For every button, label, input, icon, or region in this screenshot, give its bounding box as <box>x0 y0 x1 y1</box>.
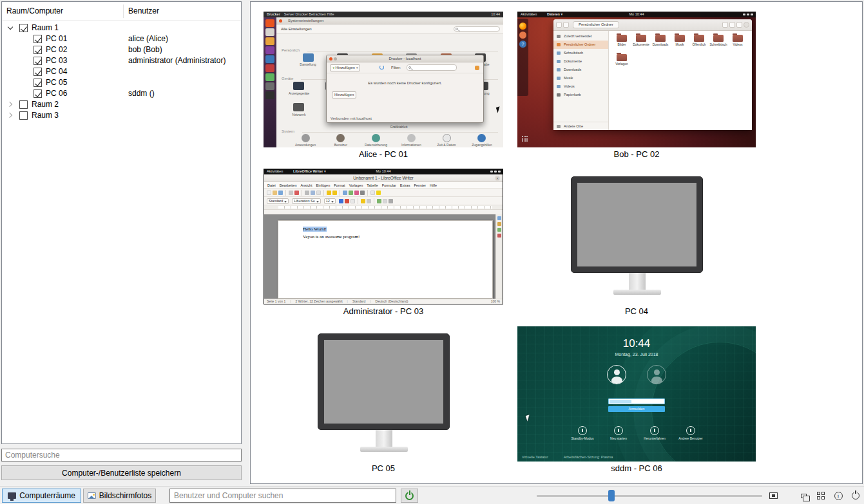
thumbnail-caption-pc04: PC 04 <box>517 306 756 317</box>
zoom-level: 100 % <box>491 299 500 304</box>
computer-thumbnail-pc02[interactable]: Aktivitäten Dateien Mo 10:44 ? Persönlic… <box>517 12 756 147</box>
checkbox-raum-1[interactable] <box>19 24 28 32</box>
offline-monitor-pc05[interactable] <box>317 333 450 452</box>
bottom-toolbar: Computerräume Bildschirmfotos i <box>0 486 864 504</box>
clock: Mo 10:44 <box>629 12 644 17</box>
darstellung-icon <box>303 53 314 62</box>
view-toggle-icon <box>729 22 735 28</box>
save-computer-list-button[interactable]: Computer-/Benutzerliste speichern <box>1 465 242 480</box>
avatar-selected <box>607 365 626 384</box>
password-field <box>608 398 665 404</box>
checkbox-pc-04[interactable] <box>34 68 42 76</box>
sidebar-music: Musik <box>553 74 608 82</box>
tree-row-raum-2[interactable]: Raum 2 <box>2 99 241 110</box>
tree-row-raum-3[interactable]: Raum 3 <box>2 110 241 121</box>
grid-icon <box>817 492 825 499</box>
row-user: administrator (Administrator) <box>128 56 226 65</box>
folder-icon <box>617 54 627 61</box>
menubar: DateiBearbeitenAnsichtEinfügenFormatVorl… <box>264 182 503 189</box>
files-sidebar: Zuletzt verwendet Persönlicher Ordner Sc… <box>553 31 609 130</box>
forward-icon <box>563 22 569 28</box>
about-button[interactable] <box>848 489 863 503</box>
size-slider-handle[interactable] <box>608 490 615 501</box>
computer-thumbnail-pc01[interactable]: DruckerServer Drucker Betrachten Hilfe 1… <box>264 12 503 147</box>
back-icon <box>556 22 562 28</box>
sidebar-recent: Zuletzt verwendet <box>553 32 608 41</box>
offline-monitor-pc04[interactable] <box>570 176 704 295</box>
grid-align-button[interactable] <box>813 489 829 503</box>
clock: Mo 10:44 <box>376 169 391 174</box>
fit-view-icon <box>769 492 778 499</box>
column-room-computer: Raum/Computer <box>6 6 63 15</box>
checkbox-raum-3[interactable] <box>19 111 28 120</box>
gnome-topbar: Aktivitäten LibreOffice Writer Mo 10:44 <box>264 169 503 174</box>
ruler <box>264 205 503 210</box>
checkbox-pc-06[interactable] <box>34 89 42 98</box>
tree-row-pc-01[interactable]: PC 01 alice (Alice) <box>2 33 241 44</box>
login-clock: 10:44 <box>517 337 756 350</box>
row-label: PC 02 <box>46 45 67 54</box>
section-personal: Persönlich <box>282 48 300 52</box>
column-divider[interactable] <box>123 5 124 18</box>
font-select: Liberation Se <box>292 198 320 204</box>
tree-row-pc-06[interactable]: PC 06 sddm () <box>2 88 241 99</box>
folder-icon <box>733 35 743 42</box>
row-label: PC 04 <box>46 67 67 76</box>
checkbox-raum-2[interactable] <box>19 100 28 109</box>
computer-rooms-button[interactable]: Computerräume <box>2 489 81 503</box>
anzeigegeraete-icon <box>293 82 304 90</box>
row-label: PC 05 <box>46 78 67 87</box>
collapse-arrow-icon[interactable] <box>8 24 13 30</box>
suspend-action: Standby-Modus <box>567 426 598 440</box>
folder-icon <box>694 35 704 42</box>
status-dot <box>475 66 479 70</box>
other-user-icon <box>686 426 695 435</box>
search-icon <box>456 28 458 30</box>
row-user: bob (Bob) <box>128 45 162 54</box>
sidebar-downloads: Downloads <box>553 66 608 74</box>
arrangement-button[interactable] <box>796 489 811 503</box>
tree-row-pc-02[interactable]: PC 02 bob (Bob) <box>2 44 241 55</box>
tree-row-pc-03[interactable]: PC 03 administrator (Administrator) <box>2 55 241 66</box>
monitor-icon <box>571 176 703 273</box>
expand-arrow-icon[interactable] <box>7 102 12 107</box>
power-icon <box>405 492 414 500</box>
tree-row-pc-04[interactable]: PC 04 <box>2 66 241 77</box>
row-label: Raum 1 <box>32 23 59 32</box>
thumbnail-size-slider[interactable] <box>537 489 762 503</box>
row-user: sddm () <box>128 89 155 98</box>
folder-dokumente: Dokumente <box>631 35 651 54</box>
section-devices: Geräte <box>282 77 293 80</box>
computer-thumbnail-pc03[interactable]: Aktivitäten LibreOffice Writer Mo 10:44 … <box>264 169 503 304</box>
info-button[interactable]: i <box>830 489 846 503</box>
avatar-other <box>647 365 666 384</box>
unity-launcher <box>264 17 276 147</box>
monitor-icon <box>318 333 450 430</box>
info-icon: i <box>834 492 843 500</box>
window-title: Unbenannt 1 - LibreOffice Writer <box>353 176 413 180</box>
anwendungen-icon <box>302 134 310 142</box>
printer-config-dialog: Drucker - localhost +Hinzufügen▾ Filter:… <box>326 55 484 123</box>
folder-vorlagen: Vorlagen <box>612 54 631 73</box>
checkbox-pc-05[interactable] <box>34 79 42 87</box>
checkbox-pc-03[interactable] <box>34 57 42 65</box>
screenshots-button[interactable]: Bildschirmfotos <box>83 489 156 503</box>
computer-search-input[interactable] <box>1 449 242 462</box>
computer-thumbnail-pc06[interactable]: 10:44 Montag, 23. Juli 2018 Anmelden Sta… <box>517 326 756 462</box>
row-user: alice (Alice) <box>128 34 168 43</box>
slider-track[interactable] <box>537 495 762 497</box>
tree-row-raum-1[interactable]: Raum 1 <box>2 23 241 33</box>
folder-videos: Videos <box>728 35 747 54</box>
gnome-topbar: Aktivitäten Dateien Mo 10:44 <box>517 12 756 17</box>
fit-view-button[interactable] <box>765 489 781 503</box>
expand-arrow-icon[interactable] <box>7 113 12 118</box>
thumbnail-caption-pc06: sddm - PC 06 <box>517 463 756 474</box>
checkbox-pc-02[interactable] <box>34 46 42 54</box>
no-printers-message: Es wurden noch keine Drucker konfigurier… <box>327 81 483 85</box>
printer-filter-input <box>407 64 457 71</box>
power-button[interactable] <box>401 489 418 503</box>
user-computer-search-input[interactable] <box>169 489 396 503</box>
tree-row-pc-05[interactable]: PC 05 <box>2 77 241 88</box>
checkbox-pc-01[interactable] <box>34 35 42 43</box>
row-label: PC 01 <box>46 34 67 43</box>
